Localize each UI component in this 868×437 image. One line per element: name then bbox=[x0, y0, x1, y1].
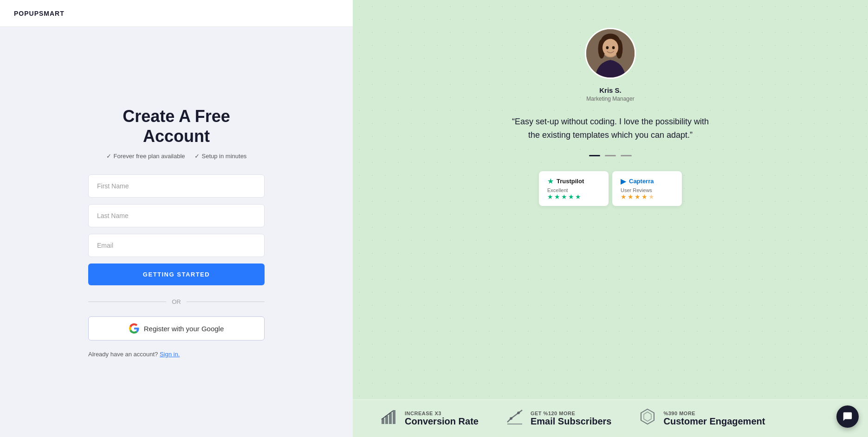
subtitle-item-2: ✓ Setup in minutes bbox=[194, 153, 247, 160]
capterra-stars: ★ ★ ★ ★ ★ bbox=[621, 193, 654, 200]
first-name-input[interactable] bbox=[88, 174, 265, 198]
form-subtitle: ✓ Forever free plan available ✓ Setup in… bbox=[88, 153, 265, 160]
chart-line-icon bbox=[506, 408, 523, 429]
stat-conversion-texts: INCREASE X3 Conversion Rate bbox=[405, 411, 479, 427]
chat-button[interactable] bbox=[836, 405, 859, 428]
svg-point-5 bbox=[602, 39, 618, 57]
google-register-button[interactable]: Register with your Google bbox=[88, 316, 265, 341]
testimonial-section: Kris S. Marketing Manager “Easy set-up w… bbox=[494, 28, 726, 234]
dots-navigation bbox=[589, 155, 632, 156]
divider: OR bbox=[88, 298, 265, 305]
trustpilot-sub: Excellent bbox=[547, 187, 568, 193]
email-input[interactable] bbox=[88, 234, 265, 257]
trustpilot-header: ★ Trustpilot bbox=[547, 177, 584, 186]
svg-marker-16 bbox=[644, 412, 651, 421]
form-container: Create A Free Account ✓ Forever free pla… bbox=[0, 27, 353, 437]
dot-1[interactable] bbox=[589, 155, 600, 156]
svg-point-7 bbox=[612, 46, 615, 49]
right-panel: Kris S. Marketing Manager “Easy set-up w… bbox=[353, 0, 868, 437]
stat-engagement-bottom: Customer Engagement bbox=[663, 416, 765, 427]
divider-text: OR bbox=[172, 298, 181, 305]
dot-3[interactable] bbox=[621, 155, 632, 156]
svg-point-13 bbox=[510, 417, 512, 420]
stat-engagement-top: %390 MORE bbox=[663, 411, 765, 416]
reviewer-title: Marketing Manager bbox=[586, 96, 634, 102]
stat-email-bottom: Email Subscribers bbox=[531, 416, 612, 427]
stat-engagement: %390 MORE Customer Engagement bbox=[639, 408, 765, 429]
signin-link[interactable]: Sign in. bbox=[160, 351, 180, 358]
submit-button[interactable]: GETTING STARTED bbox=[88, 263, 265, 285]
stat-conversion: INCREASE X3 Conversion Rate bbox=[381, 408, 479, 429]
signin-prompt: Already have an account? Sign in. bbox=[88, 351, 265, 358]
google-icon bbox=[129, 323, 139, 334]
svg-point-6 bbox=[606, 46, 609, 49]
capterra-label: Capterra bbox=[629, 178, 654, 185]
stat-email-top: GET %120 MORE bbox=[531, 411, 612, 416]
divider-line-right bbox=[187, 302, 265, 302]
cstar-1: ★ bbox=[621, 193, 627, 200]
stat-email: GET %120 MORE Email Subscribers bbox=[506, 408, 612, 429]
cstar-5: ★ bbox=[648, 193, 654, 200]
svg-rect-9 bbox=[385, 416, 388, 424]
trustpilot-badge: ★ Trustpilot Excellent ★ ★ ★ ★ ★ bbox=[539, 171, 609, 206]
star-2: ★ bbox=[554, 193, 560, 200]
left-panel: POPUPSMART Create A Free Account ✓ Forev… bbox=[0, 0, 353, 437]
svg-rect-11 bbox=[393, 410, 395, 424]
stats-bar: INCREASE X3 Conversion Rate GET %120 MOR… bbox=[353, 399, 868, 437]
trustpilot-stars: ★ ★ ★ ★ ★ bbox=[547, 193, 581, 200]
svg-marker-15 bbox=[641, 409, 654, 424]
hexagon-icon bbox=[639, 408, 656, 429]
logo: POPUPSMART bbox=[14, 10, 65, 17]
divider-line-left bbox=[88, 302, 166, 302]
avatar bbox=[585, 28, 636, 79]
check-icon-1: ✓ bbox=[106, 153, 111, 160]
capterra-icon: ▶ bbox=[621, 177, 626, 186]
stat-conversion-bottom: Conversion Rate bbox=[405, 416, 479, 427]
chart-up-icon bbox=[381, 408, 397, 429]
trustpilot-label: Trustpilot bbox=[557, 178, 584, 185]
header: POPUPSMART bbox=[0, 0, 353, 27]
cstar-3: ★ bbox=[635, 193, 641, 200]
page-title: Create A Free Account bbox=[88, 106, 265, 146]
cstar-4: ★ bbox=[641, 193, 648, 200]
check-icon-2: ✓ bbox=[194, 153, 200, 160]
cstar-2: ★ bbox=[628, 193, 634, 200]
subtitle-item-1: ✓ Forever free plan available bbox=[106, 153, 185, 160]
last-name-input[interactable] bbox=[88, 204, 265, 227]
stat-engagement-texts: %390 MORE Customer Engagement bbox=[663, 411, 765, 427]
stat-email-texts: GET %120 MORE Email Subscribers bbox=[531, 411, 612, 427]
capterra-sub: User Reviews bbox=[621, 187, 652, 193]
star-5: ★ bbox=[575, 193, 581, 200]
capterra-badge: ▶ Capterra User Reviews ★ ★ ★ ★ ★ bbox=[612, 171, 682, 206]
google-button-label: Register with your Google bbox=[144, 325, 224, 333]
svg-point-14 bbox=[517, 411, 520, 414]
star-1: ★ bbox=[547, 193, 553, 200]
svg-rect-10 bbox=[389, 413, 392, 424]
trustpilot-star-icon: ★ bbox=[547, 177, 554, 186]
avatar-image bbox=[586, 28, 635, 79]
star-4: ★ bbox=[568, 193, 574, 200]
testimonial-quote: “Easy set-up without coding. I love the … bbox=[506, 115, 715, 142]
star-3: ★ bbox=[561, 193, 567, 200]
form-card: Create A Free Account ✓ Forever free pla… bbox=[88, 106, 265, 358]
reviewer-name: Kris S. bbox=[599, 86, 622, 94]
dot-2[interactable] bbox=[605, 155, 616, 156]
stat-conversion-top: INCREASE X3 bbox=[405, 411, 479, 416]
chat-icon bbox=[842, 411, 853, 422]
capterra-header: ▶ Capterra bbox=[621, 177, 654, 186]
review-badges: ★ Trustpilot Excellent ★ ★ ★ ★ ★ ▶ bbox=[539, 171, 682, 206]
